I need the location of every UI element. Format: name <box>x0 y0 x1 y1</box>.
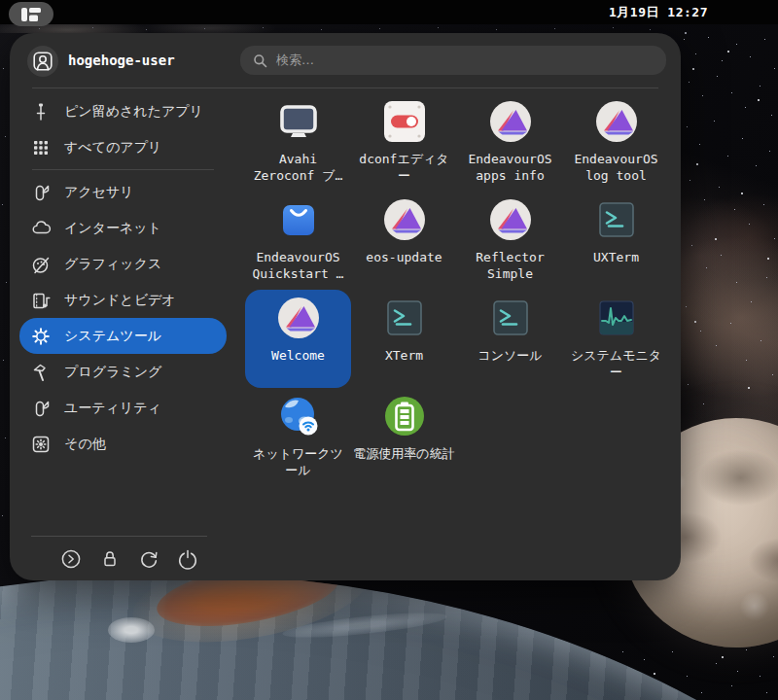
clock[interactable]: 1月19日 12:27 <box>609 0 708 24</box>
power-icon <box>176 547 199 571</box>
monitor-icon <box>275 98 322 145</box>
sidebar-item-label: プログラミング <box>64 364 161 381</box>
app-system-monitor[interactable]: システムモニター <box>563 290 669 388</box>
lock-screen-button[interactable] <box>97 546 123 572</box>
sidebar-item-internet[interactable]: インターネット <box>19 210 227 246</box>
app-label: Reflector Simple <box>459 249 561 282</box>
sidebar-item-label: ユーティリティ <box>64 400 161 417</box>
session-controls <box>19 546 227 572</box>
user-avatar <box>27 46 58 77</box>
app-power-statistics[interactable]: 電源使用率の統計 <box>351 388 457 486</box>
app-label: EndeavourOS Quickstart … <box>247 249 349 282</box>
logout-button[interactable] <box>58 546 84 572</box>
sidebar-item-label: すべてのアプリ <box>64 139 161 157</box>
app-label: コンソール <box>477 347 542 364</box>
utility-knife-icon <box>30 398 52 419</box>
toggle-icon <box>381 98 428 145</box>
jupiter-pale-oval <box>589 599 632 620</box>
endeavouros-logo <box>381 196 428 243</box>
app-uxterm[interactable]: UXTerm <box>563 192 669 290</box>
shutdown-button[interactable] <box>175 546 200 572</box>
hammer-icon <box>30 362 52 383</box>
desktop: 1月19日 12:27 hogehoge-user 検索… ピン留 <box>0 0 778 700</box>
sidebar-item-all-apps[interactable]: すべてのアプリ <box>19 129 227 165</box>
app-label: XTerm <box>385 347 423 364</box>
sidebar-item-system-tools[interactable]: システムツール <box>19 318 227 354</box>
app-label: UXTerm <box>593 249 639 265</box>
sidebar-item-other[interactable]: その他 <box>19 426 227 462</box>
palette-icon <box>30 254 52 275</box>
app-label: EndeavourOS apps info <box>459 151 561 184</box>
app-label: EndeavourOS log tool <box>565 151 667 184</box>
gear-icon <box>30 326 52 347</box>
sidebar-item-label: アクセサリ <box>64 184 134 201</box>
app-label: dconfエディター <box>353 151 455 184</box>
app-avahi-zeroconf[interactable]: Avahi Zeroconf ブ… <box>245 93 351 192</box>
app-reflector-simple[interactable]: Reflector Simple <box>457 192 563 290</box>
sidebar-item-programming[interactable]: プログラミング <box>19 354 227 390</box>
pin-icon <box>30 101 52 122</box>
app-label: システムモニター <box>565 347 667 380</box>
terminal-icon <box>487 295 534 341</box>
sidebar-item-label: インターネット <box>64 220 161 237</box>
category-sidebar: ピン留めされたアプリ すべてのアプリ アクセサリ <box>19 93 227 462</box>
endeavouros-logo <box>275 295 322 341</box>
terminal-icon <box>381 295 428 341</box>
app-label: eos-update <box>366 249 442 265</box>
sidebar-item-label: サウンドとビデオ <box>64 292 176 309</box>
search-icon <box>253 53 267 68</box>
person-icon <box>32 51 53 72</box>
system-monitor-icon <box>593 295 640 341</box>
wallpaper-glow <box>0 24 311 33</box>
app-welcome[interactable]: Welcome <box>245 290 351 388</box>
username: hogehoge-user <box>68 33 175 88</box>
sidebar-item-label: その他 <box>64 436 106 453</box>
sidebar-item-utilities[interactable]: ユーティリティ <box>19 390 227 426</box>
sidebar-item-label: システムツール <box>64 328 161 345</box>
app-menu-panel: hogehoge-user 検索… ピン留めされたアプリ <box>10 33 681 580</box>
sidebar-item-pinned-apps[interactable]: ピン留めされたアプリ <box>19 93 227 129</box>
search-placeholder: 検索… <box>276 52 314 69</box>
endeavouros-logo <box>593 98 640 145</box>
sidebar-item-sound-video[interactable]: サウンドとビデオ <box>19 282 227 318</box>
app-dconf-editor[interactable]: dconfエディター <box>351 93 457 192</box>
header-divider <box>32 88 658 88</box>
app-network-tools[interactable]: ネットワークツール <box>245 388 351 486</box>
software-bag-icon <box>275 196 322 243</box>
box-gear-icon <box>30 434 52 455</box>
sidebar-divider <box>32 169 214 170</box>
endeavouros-logo <box>487 98 534 145</box>
session-divider <box>31 536 207 537</box>
search-input[interactable]: 検索… <box>240 46 666 75</box>
app-label: Avahi Zeroconf ブ… <box>247 151 349 184</box>
endeavouros-logo <box>487 196 534 243</box>
battery-icon <box>381 393 428 439</box>
restart-icon <box>137 547 160 571</box>
app-label: Welcome <box>271 347 325 364</box>
restart-button[interactable] <box>136 546 161 572</box>
app-label: 電源使用率の統計 <box>353 445 454 462</box>
grid-icon <box>30 137 52 158</box>
utility-knife-icon <box>30 182 52 203</box>
logout-icon <box>59 547 83 571</box>
app-xterm[interactable]: XTerm <box>351 290 457 388</box>
window-layout-icon <box>21 7 41 22</box>
cloud-icon <box>30 218 52 239</box>
app-launcher-button[interactable] <box>9 2 53 26</box>
app-endeavouros-log-tool[interactable]: EndeavourOS log tool <box>563 93 669 192</box>
app-eos-update[interactable]: eos-update <box>351 192 457 290</box>
app-label: ネットワークツール <box>247 445 349 478</box>
app-grid: Avahi Zeroconf ブ… dconfエディター EndeavourOS… <box>245 93 673 486</box>
lock-icon <box>98 547 122 571</box>
app-console[interactable]: コンソール <box>457 290 563 388</box>
sidebar-item-accessories[interactable]: アクセサリ <box>19 174 227 210</box>
top-bar: 1月19日 12:27 <box>0 0 778 24</box>
app-endeavouros-quickstart[interactable]: EndeavourOS Quickstart … <box>245 192 351 290</box>
terminal-icon <box>593 196 640 243</box>
sidebar-item-graphics[interactable]: グラフィックス <box>19 246 227 282</box>
sidebar-item-label: グラフィックス <box>64 256 161 273</box>
globe-wifi-icon <box>275 393 322 439</box>
sidebar-item-label: ピン留めされたアプリ <box>64 103 203 121</box>
app-endeavouros-apps-info[interactable]: EndeavourOS apps info <box>457 93 563 192</box>
film-note-icon <box>30 290 52 311</box>
